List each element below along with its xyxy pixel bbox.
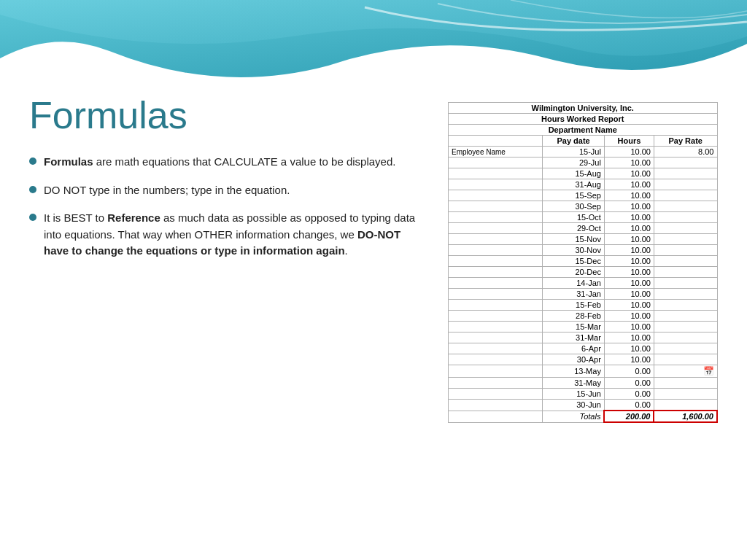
pay-rate-cell xyxy=(654,179,717,190)
hours-cell: 10.00 xyxy=(604,332,654,343)
date-cell: 30-Jun xyxy=(543,400,605,411)
pay-rate-cell: 8.00 xyxy=(654,147,717,158)
dept-row: Department Name xyxy=(449,125,718,136)
pay-rate-cell xyxy=(654,168,717,179)
pay-rate-cell xyxy=(654,389,717,400)
hours-cell: 10.00 xyxy=(604,300,654,311)
date-cell: 15-Feb xyxy=(543,300,605,311)
date-cell: 30-Nov xyxy=(543,245,605,256)
date-cell: 29-Oct xyxy=(543,223,605,234)
bullet-text: DO NOT type in the numbers; type in the … xyxy=(44,182,426,199)
pay-rate-cell xyxy=(654,201,717,212)
bullet-dot xyxy=(29,158,36,165)
bullet-dot xyxy=(29,214,36,221)
date-cell: 31-Aug xyxy=(543,179,605,190)
table-row: 15-Feb10.00 xyxy=(449,300,718,311)
table-row: Employee Name15-Jul10.008.00 xyxy=(449,147,718,158)
totals-empty xyxy=(449,411,543,422)
hours-cell: 10.00 xyxy=(604,179,654,190)
hours-cell: 10.00 xyxy=(604,256,654,267)
table-row: 29-Jul10.00 xyxy=(449,158,718,168)
employee-name-cell xyxy=(449,267,543,278)
table-row: 13-May0.00📅 xyxy=(449,365,718,378)
hours-cell: 10.00 xyxy=(604,147,654,158)
page-title: Formulas xyxy=(29,95,426,136)
employee-name-cell xyxy=(449,278,543,289)
date-cell: 6-Apr xyxy=(543,343,605,354)
hours-cell: 10.00 xyxy=(604,234,654,245)
employee-name-cell xyxy=(449,400,543,411)
table-row: 30-Sep10.00 xyxy=(449,201,718,212)
dept-label: Department Name xyxy=(449,125,718,136)
bullet-dot xyxy=(29,186,36,193)
table-row: 31-Mar10.00 xyxy=(449,332,718,343)
pay-rate-cell xyxy=(654,332,717,343)
employee-name-cell xyxy=(449,322,543,332)
table-row: 29-Oct10.00 xyxy=(449,223,718,234)
table-row: 6-Apr10.00 xyxy=(449,343,718,354)
bullet-text: Formulas are math equations that CALCULA… xyxy=(44,154,426,171)
hours-cell: 0.00 xyxy=(604,400,654,411)
employee-name-cell xyxy=(449,289,543,300)
employee-name-cell xyxy=(449,354,543,365)
bold-text: DO-NOT have to change the equations or t… xyxy=(44,228,400,257)
date-cell: 15-Aug xyxy=(543,168,605,179)
col-hours: Hours xyxy=(604,136,654,147)
hours-cell: 0.00 xyxy=(604,378,654,389)
employee-name-cell xyxy=(449,179,543,190)
spreadsheet-table: Wilmington University, Inc. Hours Worked… xyxy=(448,102,718,423)
hours-cell: 10.00 xyxy=(604,354,654,365)
date-cell: 15-Mar xyxy=(543,322,605,332)
hours-cell: 10.00 xyxy=(604,223,654,234)
list-item: It is BEST to Reference as much data as … xyxy=(29,210,426,260)
total-hours: 200.00 xyxy=(604,411,654,422)
table-row: 15-Sep10.00 xyxy=(449,190,718,201)
totals-row: Totals200.001,600.00 xyxy=(449,411,718,422)
table-row: 15-Jun0.00 xyxy=(449,389,718,400)
employee-name-cell xyxy=(449,311,543,322)
col-header-row: Pay date Hours Pay Rate xyxy=(449,136,718,147)
pay-rate-cell xyxy=(654,234,717,245)
employee-name-cell xyxy=(449,256,543,267)
pay-rate-cell xyxy=(654,190,717,201)
totals-label: Totals xyxy=(543,411,605,422)
date-cell: 30-Sep xyxy=(543,201,605,212)
employee-name-cell xyxy=(449,343,543,354)
date-cell: 15-Nov xyxy=(543,234,605,245)
hours-cell: 10.00 xyxy=(604,190,654,201)
table-row: 15-Oct10.00 xyxy=(449,212,718,223)
company-name: Wilmington University, Inc. xyxy=(449,103,718,114)
hours-cell: 10.00 xyxy=(604,343,654,354)
pay-rate-cell xyxy=(654,378,717,389)
table-row: 20-Dec10.00 xyxy=(449,267,718,278)
bold-text: Formulas xyxy=(44,155,93,168)
total-pay: 1,600.00 xyxy=(654,411,717,422)
table-row: 15-Mar10.00 xyxy=(449,322,718,332)
employee-name-cell xyxy=(449,245,543,256)
pay-rate-cell xyxy=(654,322,717,332)
pay-rate-cell xyxy=(654,256,717,267)
bullet-text: It is BEST to Reference as much data as … xyxy=(44,210,426,260)
report-title-row: Hours Worked Report xyxy=(449,114,718,125)
hours-cell: 10.00 xyxy=(604,289,654,300)
table-row: 14-Jan10.00 xyxy=(449,278,718,289)
pay-rate-cell xyxy=(654,343,717,354)
table-row: 31-Jan10.00 xyxy=(449,289,718,300)
employee-name-cell xyxy=(449,158,543,168)
bullet-list: Formulas are math equations that CALCULA… xyxy=(29,154,426,260)
employee-name-cell xyxy=(449,378,543,389)
pay-rate-cell xyxy=(654,212,717,223)
company-row: Wilmington University, Inc. xyxy=(449,103,718,114)
report-title: Hours Worked Report xyxy=(449,114,718,125)
col-employee xyxy=(449,136,543,147)
employee-name-cell xyxy=(449,201,543,212)
employee-name-cell xyxy=(449,300,543,311)
date-cell: 14-Jan xyxy=(543,278,605,289)
hours-cell: 0.00 xyxy=(604,365,654,378)
employee-name-cell: Employee Name xyxy=(449,147,543,158)
pay-rate-cell xyxy=(654,400,717,411)
table-row: 30-Jun0.00 xyxy=(449,400,718,411)
date-cell: 15-Dec xyxy=(543,256,605,267)
date-cell: 30-Apr xyxy=(543,354,605,365)
table-row: 15-Aug10.00 xyxy=(449,168,718,179)
